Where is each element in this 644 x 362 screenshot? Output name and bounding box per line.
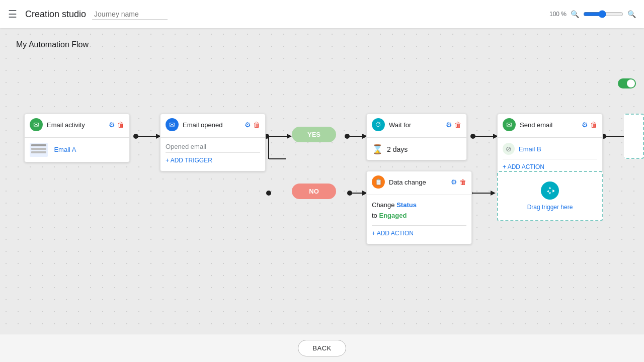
email-activity-title: Email activity — [47, 121, 105, 129]
email-opened-delete-icon[interactable]: 🗑 — [253, 121, 260, 129]
divider3 — [166, 152, 260, 153]
data-change-settings-icon[interactable]: ⚙ — [451, 178, 457, 186]
email-activity-body: Email A — [25, 140, 129, 162]
wait-for-title: Wait for — [389, 121, 442, 129]
send-email-settings-icon[interactable]: ⚙ — [582, 121, 588, 129]
zoom-slider[interactable] — [583, 10, 623, 18]
change-field: Status — [396, 201, 417, 209]
send-email-node: ✉ Send email ⚙ 🗑 ⊘ Email B + ADD ACTION — [497, 114, 603, 178]
yes-connector: YES — [292, 127, 336, 142]
no-connector: NO — [292, 184, 336, 199]
send-email-actions: ⚙ 🗑 — [582, 121, 597, 129]
header-right: 100 % 🔍 🔍 — [549, 10, 636, 18]
zoom-in-icon[interactable]: 🔍 — [627, 10, 636, 18]
data-change-icon: 📋 — [372, 175, 385, 189]
email-opened-body: Opened email + ADD TRIGGER — [160, 140, 265, 171]
add-action-data-change-button[interactable]: + ADD ACTION — [372, 228, 414, 239]
drag-trigger-label: Drag trigger here — [527, 204, 573, 211]
add-trigger-button[interactable]: + ADD TRIGGER — [166, 155, 212, 166]
journey-name-input[interactable] — [92, 9, 168, 20]
wait-for-header: ⏱ Wait for ⚙ 🗑 — [367, 114, 466, 135]
wait-for-body: ⌛ 2 days — [367, 140, 466, 160]
stripe3 — [31, 151, 46, 153]
email-opened-settings-icon[interactable]: ⚙ — [245, 121, 251, 129]
email-activity-actions: ⚙ 🗑 — [109, 121, 124, 129]
send-email-header: ✉ Send email ⚙ 🗑 — [498, 114, 602, 135]
email-activity-icon: ✉ — [30, 118, 43, 131]
data-change-body: Change Status to Engaged + ADD ACTION — [367, 197, 471, 244]
toggle-area — [618, 78, 636, 88]
divider6 — [503, 159, 597, 159]
divider4 — [367, 137, 466, 138]
opened-email-text: Opened email — [166, 143, 260, 150]
flow-title: My Automation Flow — [16, 40, 89, 49]
zoom-out-icon[interactable]: 🔍 — [571, 10, 579, 18]
app-title: Creation studio — [25, 9, 86, 20]
svg-marker-23 — [491, 191, 496, 196]
divider5 — [498, 137, 602, 138]
header: ☰ Creation studio 100 % 🔍 🔍 — [0, 0, 644, 28]
email-activity-delete-icon[interactable]: 🗑 — [117, 121, 124, 129]
divider8 — [372, 225, 466, 226]
hourglass-icon: ⌛ — [372, 144, 383, 155]
data-change-node: 📋 Data change ⚙ 🗑 Change Status to Engag… — [366, 171, 472, 244]
divider — [25, 137, 129, 138]
email-activity-settings-icon[interactable]: ⚙ — [109, 121, 115, 129]
zoom-label: 100 % — [549, 11, 567, 18]
email-a-thumbnail — [30, 143, 48, 157]
email-opened-title: Email opened — [183, 121, 240, 129]
send-email-icon: ✉ — [503, 118, 516, 131]
data-change-delete-icon[interactable]: 🗑 — [459, 178, 466, 186]
email-opened-actions: ⚙ 🗑 — [245, 121, 260, 129]
data-change-header: 📋 Data change ⚙ 🗑 — [367, 171, 471, 193]
change-status-text: Change Status to Engaged — [372, 200, 466, 221]
flow-canvas: My Automation Flow — [0, 28, 644, 334]
svg-point-15 — [266, 191, 271, 196]
email-activity-node: ✉ Email activity ⚙ 🗑 Email A — [24, 114, 130, 162]
stripe2 — [31, 148, 46, 150]
email-a-link[interactable]: Email A — [54, 146, 76, 153]
divider7 — [367, 195, 471, 195]
menu-icon[interactable]: ☰ — [8, 8, 17, 20]
email-opened-header: ✉ Email opened ⚙ 🗑 — [160, 114, 265, 135]
wait-for-delete-icon[interactable]: 🗑 — [454, 121, 461, 129]
toggle-switch[interactable] — [618, 78, 636, 88]
wait-for-node: ⏱ Wait for ⚙ 🗑 ⌛ 2 days — [366, 114, 467, 160]
divider2 — [160, 137, 265, 138]
data-change-actions: ⚙ 🗑 — [451, 178, 466, 186]
partial-node — [624, 114, 644, 159]
toggle-knob — [627, 79, 635, 87]
stripe1 — [31, 144, 46, 146]
svg-point-6 — [345, 134, 350, 139]
email-b-icon: ⊘ — [503, 143, 515, 155]
no-label: NO — [309, 188, 319, 195]
wait-for-settings-icon[interactable]: ⚙ — [446, 121, 452, 129]
email-activity-header: ✉ Email activity ⚙ 🗑 — [25, 114, 129, 135]
change-value: Engaged — [379, 212, 407, 219]
drag-trigger-box[interactable]: Drag trigger here — [497, 171, 603, 221]
yes-label: YES — [307, 131, 320, 138]
email-opened-node: ✉ Email opened ⚙ 🗑 Opened email + ADD TR… — [160, 114, 266, 171]
wait-for-icon: ⏱ — [372, 118, 385, 131]
wait-for-actions: ⚙ 🗑 — [446, 121, 461, 129]
send-email-delete-icon[interactable]: 🗑 — [590, 121, 597, 129]
wait-days: 2 days — [387, 145, 408, 153]
email-b-link[interactable]: Email B — [519, 145, 541, 153]
svg-point-9 — [470, 134, 475, 139]
svg-point-0 — [133, 134, 138, 139]
data-change-title: Data change — [389, 178, 447, 186]
svg-marker-5 — [287, 134, 292, 139]
bottom-bar: BACK — [0, 334, 644, 362]
back-button[interactable]: BACK — [298, 340, 346, 356]
send-email-title: Send email — [520, 121, 578, 129]
email-opened-icon: ✉ — [166, 118, 179, 131]
svg-point-18 — [347, 191, 352, 196]
drag-trigger-icon — [541, 182, 559, 200]
